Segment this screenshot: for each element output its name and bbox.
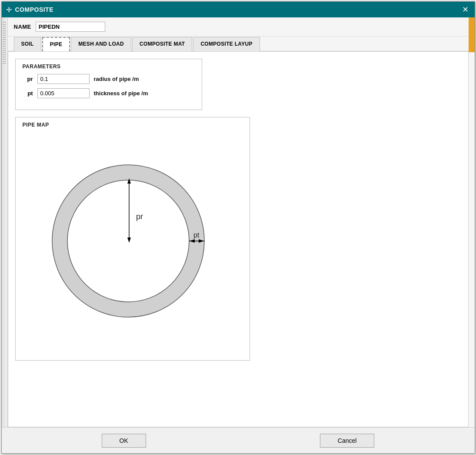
svg-text:pt: pt	[193, 231, 200, 239]
svg-point-1	[67, 180, 189, 302]
pr-description: radius of pipe /m	[94, 76, 139, 82]
pr-input[interactable]	[37, 74, 90, 84]
right-accent	[469, 17, 475, 52]
cancel-button[interactable]: Cancel	[320, 434, 375, 448]
dialog-title: COMPOSITE	[15, 6, 54, 13]
pipe-map-title: PIPE MAP	[23, 122, 243, 128]
pr-label: pr	[23, 76, 33, 82]
tab-composite-mat[interactable]: COMPOSITE MAT	[132, 37, 192, 51]
name-row: NAME	[2, 17, 475, 37]
parameters-title: PARAMETERS	[23, 64, 195, 70]
name-label: NAME	[14, 23, 31, 30]
pipe-map-group: PIPE MAP pr	[15, 117, 250, 361]
pt-label: pt	[23, 90, 33, 97]
parameters-group: PARAMETERS pr radius of pipe /m pt thick…	[15, 59, 202, 110]
pt-input[interactable]	[37, 88, 90, 98]
param-row-pr: pr radius of pipe /m	[23, 74, 195, 84]
left-strip	[2, 17, 8, 427]
tab-mesh-and-load[interactable]: MESH AND LOAD	[71, 37, 131, 51]
pipe-diagram: pr pt	[33, 137, 233, 345]
ok-button[interactable]: OK	[102, 434, 146, 448]
tab-pipe[interactable]: PIPE	[42, 37, 70, 51]
tab-composite-layup[interactable]: COMPOSITE LAYUP	[193, 37, 260, 51]
param-row-pt: pt thickness of pipe /m	[23, 88, 195, 98]
content-area: PARAMETERS pr radius of pipe /m pt thick…	[8, 51, 469, 427]
pipe-map-canvas: pr pt	[23, 132, 243, 350]
title-bar: ✛ COMPOSITE ✕	[2, 2, 475, 17]
tabs-row: SOIL PIPE MESH AND LOAD COMPOSITE MAT CO…	[2, 37, 475, 51]
move-icon: ✛	[6, 6, 12, 14]
name-input[interactable]	[36, 22, 105, 32]
tab-soil[interactable]: SOIL	[14, 37, 41, 51]
footer: OK Cancel	[2, 427, 475, 453]
pt-description: thickness of pipe /m	[94, 90, 148, 97]
svg-text:pr: pr	[136, 212, 143, 221]
close-button[interactable]: ✕	[460, 6, 470, 13]
